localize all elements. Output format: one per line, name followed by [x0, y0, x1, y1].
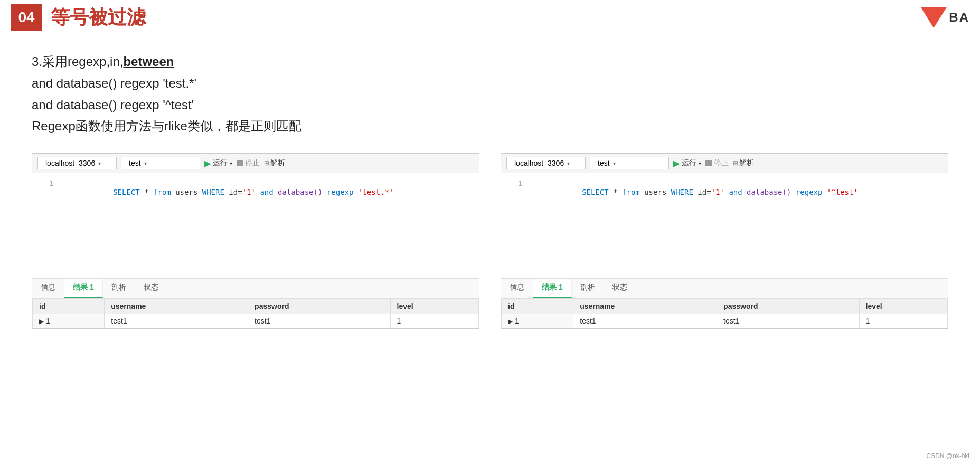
cell-username-left: test1: [105, 314, 248, 328]
tab-result-left[interactable]: 结果 1: [64, 279, 103, 298]
run-dropdown-left: ▾: [230, 160, 232, 166]
main-content: 3.采用regexp,in,between and database() reg…: [0, 35, 980, 339]
explain-label-right: 解析: [739, 158, 754, 168]
tab-profile-right[interactable]: 剖析: [572, 279, 604, 298]
th-level-left: level: [390, 299, 478, 314]
cell-level-left: 1: [390, 314, 478, 328]
panels-container: localhost_3306 ▾ test ▾: [32, 153, 948, 329]
host-select-left[interactable]: localhost_3306 ▾: [37, 157, 117, 169]
query-editor-left[interactable]: 1 SELECT * from users WHERE id='1' and d…: [32, 173, 479, 279]
run-dropdown-right: ▾: [699, 160, 701, 166]
stop-icon-right: [705, 160, 712, 166]
table-header-row-left: id username password level: [33, 299, 479, 314]
query-line-1-right: 1 SELECT * from users WHERE id='1' and d…: [501, 178, 948, 206]
csdn-chevron-icon: [920, 7, 947, 28]
result-table-left: id username password level ▶ 1 test1 tes…: [32, 298, 479, 328]
stop-label-right: 停止: [714, 158, 729, 168]
explain-button-left[interactable]: ⊞ 解析: [264, 158, 285, 168]
stop-button-left[interactable]: 停止: [237, 158, 260, 168]
explain-icon-right: ⊞: [733, 159, 738, 167]
run-button-left[interactable]: ▶ 运行 ▾: [204, 158, 232, 168]
cell-arrow-right: ▶ 1: [502, 314, 573, 328]
th-password-left: password: [248, 299, 390, 314]
result-tabs-right: 信息 结果 1 剖析 状态: [501, 279, 948, 298]
desc-line1: 3.采用regexp,in,between: [32, 51, 948, 73]
table-row: ▶ 1 test1 test1 1: [502, 314, 948, 328]
tab-info-left[interactable]: 信息: [32, 279, 64, 298]
stop-button-right[interactable]: 停止: [705, 158, 729, 168]
page-title: 等号被过滤: [51, 5, 146, 31]
th-id-right: id: [502, 299, 573, 314]
table-header-row-right: id username password level: [502, 299, 948, 314]
run-label-right: 运行: [682, 158, 696, 168]
query-editor-right[interactable]: 1 SELECT * from users WHERE id='1' and d…: [501, 173, 948, 279]
footer-watermark: CSDN @nk-hki: [926, 452, 969, 460]
db-chevron-right: ▾: [613, 160, 616, 166]
host-chevron-left: ▾: [98, 160, 101, 166]
host-label-left: localhost_3306: [45, 159, 95, 167]
play-icon-left: ▶: [204, 158, 211, 168]
stop-label-left: 停止: [245, 158, 260, 168]
query-text-left: SELECT * from users WHERE id='1' and dat…: [60, 179, 393, 205]
header-bar: 04 等号被过滤 BA: [0, 0, 980, 35]
panel-left: localhost_3306 ▾ test ▾: [32, 153, 479, 329]
th-password-right: password: [717, 299, 859, 314]
stop-icon-left: [237, 160, 243, 166]
run-button-right[interactable]: ▶ 运行 ▾: [673, 158, 701, 168]
tab-profile-left[interactable]: 剖析: [103, 279, 135, 298]
toolbar-left: localhost_3306 ▾ test ▾: [32, 154, 479, 173]
th-username-right: username: [573, 299, 717, 314]
play-icon-right: ▶: [673, 158, 680, 168]
th-id-left: id: [33, 299, 105, 314]
cell-level-right: 1: [859, 314, 947, 328]
th-username-left: username: [105, 299, 248, 314]
csdn-logo: BA: [920, 7, 969, 28]
host-select-right[interactable]: localhost_3306 ▾: [506, 157, 586, 169]
explain-icon-left: ⊞: [264, 159, 269, 167]
desc-line2: and database() regexp 'test.*': [32, 73, 948, 94]
db-label-right: test: [598, 159, 610, 167]
run-label-left: 运行: [213, 158, 228, 168]
highlight-between: between: [123, 54, 174, 69]
query-line-1-left: 1 SELECT * from users WHERE id='1' and d…: [32, 178, 479, 206]
db-label-left: test: [129, 159, 141, 167]
line-num-right: 1: [506, 179, 522, 187]
desc-line3: and database() regexp '^test': [32, 94, 948, 116]
explain-button-right[interactable]: ⊞ 解析: [733, 158, 754, 168]
line-num-left: 1: [37, 179, 53, 187]
header-right: BA: [920, 7, 969, 28]
tab-info-right[interactable]: 信息: [501, 279, 533, 298]
cell-password-right: test1: [717, 314, 859, 328]
explain-label-left: 解析: [270, 158, 285, 168]
csdn-text: BA: [949, 10, 969, 25]
result-table-container-right: id username password level ▶ 1 test1 tes…: [501, 298, 948, 328]
cell-password-left: test1: [248, 314, 390, 328]
result-table-right: id username password level ▶ 1 test1 tes…: [501, 298, 948, 328]
db-select-right[interactable]: test ▾: [590, 157, 669, 169]
th-level-right: level: [859, 299, 947, 314]
cell-username-right: test1: [573, 314, 717, 328]
table-row: ▶ 1 test1 test1 1: [33, 314, 479, 328]
tab-status-right[interactable]: 状态: [604, 279, 636, 298]
toolbar-right: localhost_3306 ▾ test ▾: [501, 154, 948, 173]
result-table-container-left: id username password level ▶ 1 test1 tes…: [32, 298, 479, 328]
cell-arrow-left: ▶ 1: [33, 314, 105, 328]
desc-line4: Regexp函数使用方法与rlike类似，都是正则匹配: [32, 116, 948, 137]
result-tabs-left: 信息 结果 1 剖析 状态: [32, 279, 479, 298]
section-number: 04: [11, 4, 42, 31]
tab-result-right[interactable]: 结果 1: [533, 279, 572, 298]
tab-status-left[interactable]: 状态: [135, 279, 167, 298]
query-text-right: SELECT * from users WHERE id='1' and dat…: [529, 179, 858, 205]
panel-right: localhost_3306 ▾ test ▾: [501, 153, 948, 329]
host-chevron-right: ▾: [567, 160, 570, 166]
db-chevron-left: ▾: [144, 160, 147, 166]
db-select-left[interactable]: test ▾: [121, 157, 200, 169]
host-label-right: localhost_3306: [514, 159, 564, 167]
description-block: 3.采用regexp,in,between and database() reg…: [32, 51, 948, 137]
